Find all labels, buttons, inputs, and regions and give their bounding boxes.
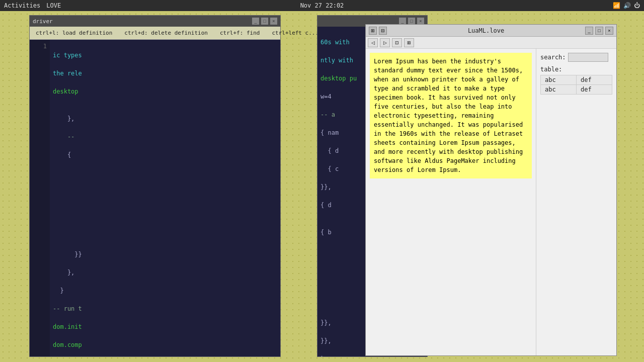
table-label: table: [540, 66, 612, 73]
load-definition-menu[interactable]: ctrl+l: load definition [30, 27, 118, 39]
system-bar: Activities LOVE Nov 27 22:02 📶 🔊 ⏻ [0, 0, 644, 11]
table-cell-2-1: abc [541, 85, 577, 95]
lorem-ipsum-text: Lorem Ipsum has been the industry's stan… [370, 53, 532, 178]
luaml-main-content: Lorem Ipsum has been the industry's stan… [366, 49, 536, 355]
driver-title: driver [33, 18, 53, 25]
luaml-toolbar: ◁ ▷ ⊡ ⊞ [366, 37, 616, 49]
luaml-close[interactable]: × [605, 27, 613, 35]
table-cell-2-2: def [577, 85, 612, 95]
titlebar-controls: _ □ × [252, 18, 277, 25]
maximize-button[interactable]: □ [261, 18, 268, 25]
luaml-titlebar: ⊞ ⊟ LuaML.love _ □ × [366, 25, 616, 37]
activities-label[interactable]: Activities [4, 2, 40, 9]
app-label[interactable]: LOVE [46, 2, 61, 9]
close-button[interactable]: × [270, 18, 277, 25]
table-row: abc def [541, 85, 612, 95]
luaml-maximize[interactable]: □ [595, 27, 603, 35]
luaml-body: Lorem Ipsum has been the industry's stan… [366, 49, 616, 355]
system-bar-center: Nov 27 22:02 [300, 2, 344, 9]
find-menu[interactable]: ctrl+f: find [214, 27, 266, 39]
luaml-title: LuaML.love [468, 27, 504, 34]
datetime-label: Nov 27 22:02 [300, 2, 344, 9]
line-number-1: 1 [30, 42, 47, 51]
data-table: abc def abc def [540, 75, 612, 95]
editor2-controls: _ □ × [399, 18, 424, 25]
delete-definition-menu[interactable]: ctrl+d: delete definition [118, 27, 214, 39]
editor2-maximize[interactable]: □ [408, 18, 415, 25]
desktop: driver _ □ × ctrl+l: load definition ctr… [0, 11, 644, 362]
volume-icon: 🔊 [623, 2, 631, 9]
search-input[interactable] [568, 53, 608, 62]
search-label: search: [540, 54, 566, 61]
toolbar-btn-4[interactable]: ⊞ [404, 38, 414, 47]
editor2-close[interactable]: × [417, 18, 424, 25]
luaml-sidebar: search: table: abc def abc def [536, 49, 616, 355]
luaml-btn1[interactable]: ⊞ [369, 27, 377, 35]
network-icon: 📶 [613, 2, 620, 9]
driver-code-content[interactable]: ic types the rele desktop }, -- { }} }, … [50, 40, 280, 356]
editor2-minimize[interactable]: _ [399, 18, 406, 25]
luaml-minimize[interactable]: _ [585, 27, 593, 35]
toolbar-btn-2[interactable]: ▷ [380, 38, 390, 47]
driver-menu-bar: ctrl+l: load definition ctrl+d: delete d… [30, 27, 280, 40]
luaml-controls-right: _ □ × [585, 27, 613, 35]
search-row: search: [540, 53, 612, 62]
line-numbers: 1 [30, 40, 50, 356]
table-row: abc def [541, 75, 612, 85]
driver-code-area: 1 ic types the rele desktop }, -- { }} }… [30, 40, 280, 356]
table-cell-1-1: abc [541, 75, 577, 85]
table-cell-1-2: def [577, 75, 612, 85]
system-bar-right: 📶 🔊 ⏻ [613, 2, 640, 9]
toolbar-btn-1[interactable]: ◁ [368, 38, 378, 47]
driver-editor-window: driver _ □ × ctrl+l: load definition ctr… [29, 15, 281, 357]
power-icon: ⏻ [634, 2, 640, 9]
toolbar-btn-3[interactable]: ⊡ [392, 38, 402, 47]
luaml-controls-left: ⊞ ⊟ [369, 27, 387, 35]
luaml-window: ⊞ ⊟ LuaML.love _ □ × ◁ ▷ ⊡ ⊞ Lorem Ipsum… [365, 24, 617, 356]
luaml-btn2[interactable]: ⊟ [379, 27, 387, 35]
left-c-menu[interactable]: ctrl+left c... [266, 27, 325, 39]
minimize-button[interactable]: _ [252, 18, 259, 25]
driver-titlebar: driver _ □ × [30, 16, 280, 27]
system-bar-left: Activities LOVE [4, 2, 61, 9]
